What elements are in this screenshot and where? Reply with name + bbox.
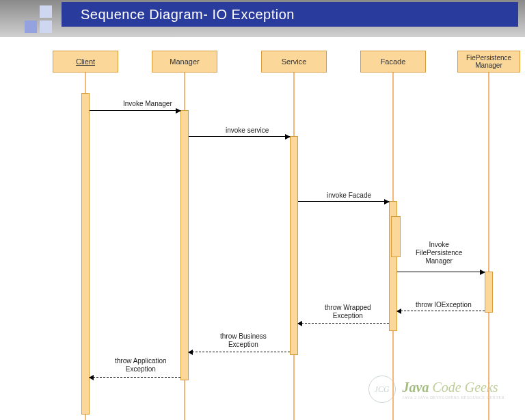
activation-bar (391, 216, 401, 257)
call-arrow (397, 272, 485, 272)
slide-title: Sequence Diagram- IO Exception (81, 7, 295, 23)
actor-box: Client (53, 51, 118, 73)
message-label: invoke service (226, 127, 269, 135)
watermark: JCG Java Code Geeks JAVA 2 JAVA DEVELOPE… (368, 376, 504, 403)
activation-bar (485, 272, 493, 313)
slide-header: Sequence Diagram- IO Exception (0, 0, 525, 37)
call-arrow (298, 201, 389, 202)
return-arrow (90, 377, 180, 378)
actor-box: Service (261, 51, 327, 73)
return-arrow (397, 311, 485, 311)
return-arrow (298, 323, 389, 324)
lifeline (488, 71, 489, 420)
actor-box: FiePersistence Manager (457, 51, 520, 73)
message-label: throw Business Exception (220, 332, 267, 349)
header-decor-squares (25, 5, 52, 33)
diagram-canvas: JCG Java Code Geeks JAVA 2 JAVA DEVELOPE… (0, 37, 525, 420)
title-bar: Sequence Diagram- IO Exception (62, 2, 518, 27)
message-label: invoke Facade (327, 192, 371, 200)
message-label: throw Wrapped Exception (325, 304, 371, 320)
call-arrow (90, 110, 180, 111)
activation-bar (81, 93, 90, 415)
actor-box: Manager (152, 51, 217, 73)
message-label: throw IOException (416, 301, 472, 309)
actor-box: Facade (360, 51, 426, 73)
watermark-circle: JCG (368, 376, 396, 403)
return-arrow (189, 352, 290, 352)
activation-bar (180, 110, 189, 380)
message-label: throw Application Exception (115, 357, 167, 373)
message-label: Invoke FilePersistence Manager (416, 241, 462, 265)
call-arrow (189, 136, 290, 137)
message-label: Invoke Manager (123, 100, 172, 108)
